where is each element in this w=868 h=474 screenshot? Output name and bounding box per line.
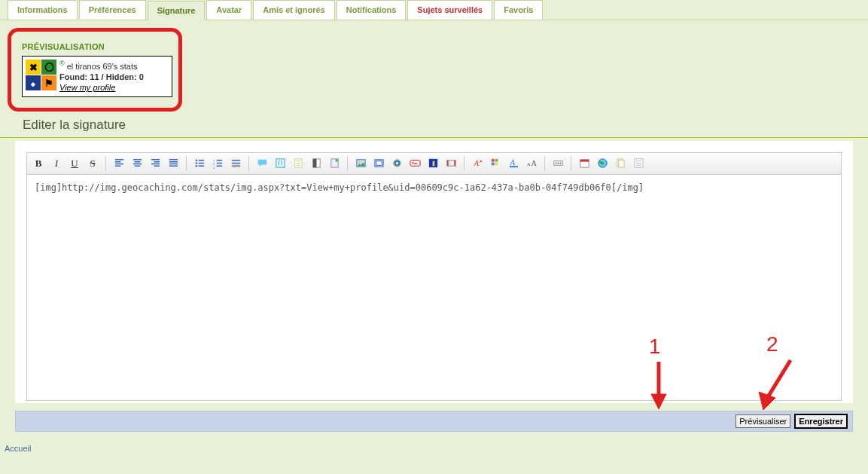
preview-button[interactable]: Prévisualiser: [736, 414, 790, 428]
bold-button[interactable]: B: [30, 155, 47, 172]
signature-editor-panel: B I U S 123: [15, 141, 853, 403]
registered-mark: ®: [59, 60, 65, 67]
horizontal-rule-button[interactable]: [227, 155, 244, 172]
calendar-button[interactable]: [576, 155, 592, 172]
svg-text:3: 3: [212, 166, 215, 169]
tab-amis-ignores[interactable]: Amis et ignorés: [253, 0, 335, 20]
profile-tabs: Informations Préférences Signature Avata…: [0, 0, 868, 20]
unordered-list-button[interactable]: [191, 155, 208, 172]
attachment-button[interactable]: [326, 155, 343, 172]
svg-rect-42: [618, 161, 624, 167]
svg-point-36: [557, 163, 559, 164]
font-size-button[interactable]: AA: [523, 155, 540, 172]
svg-rect-39: [580, 160, 588, 162]
svg-rect-23: [446, 161, 448, 167]
svg-rect-21: [432, 161, 434, 167]
strike-button[interactable]: S: [84, 155, 101, 172]
logo-tile-blue: ⬥: [26, 75, 41, 90]
image-button[interactable]: [352, 155, 369, 172]
copy-button[interactable]: [612, 155, 629, 172]
svg-text:A: A: [531, 159, 537, 167]
align-right-button[interactable]: [147, 155, 163, 172]
svg-text:A: A: [509, 158, 515, 167]
svg-rect-28: [491, 163, 494, 166]
svg-rect-27: [495, 159, 498, 162]
save-button[interactable]: Enregistrer: [794, 414, 848, 429]
color-palette-button[interactable]: [487, 155, 504, 172]
toolbar-separator: [186, 156, 187, 171]
italic-button[interactable]: I: [48, 155, 65, 172]
thumbnail-button[interactable]: [370, 155, 387, 172]
toolbar-separator: [347, 156, 348, 171]
svg-text:{}: {}: [277, 160, 282, 167]
svg-point-37: [559, 163, 561, 164]
ordered-list-button[interactable]: 123: [209, 155, 226, 172]
stats-user-line: el tiranos 69's stats: [67, 62, 138, 71]
dailymotion-button[interactable]: [425, 155, 441, 172]
svg-rect-31: [509, 166, 517, 167]
toolbar-separator: [248, 156, 249, 171]
code-button[interactable]: {}: [272, 155, 288, 172]
tab-preferences[interactable]: Préférences: [79, 0, 146, 20]
annotation-highlight-box: PRÉVISUALISATION ✖ 🞅 ⬥ ⚑ ® el tiranos 69…: [8, 28, 182, 112]
align-center-button[interactable]: [129, 155, 145, 172]
toolbar-separator: [571, 156, 571, 171]
remove-format-button[interactable]: A: [469, 155, 486, 172]
globe-button[interactable]: [594, 155, 611, 172]
form-button-bar: Prévisualiser Enregistrer: [15, 411, 853, 432]
stats-counts-line: Found: 11 / Hidden: 0: [59, 72, 144, 82]
toolbar-separator: [544, 156, 545, 171]
align-justify-button[interactable]: [165, 155, 181, 172]
svg-rect-16: [376, 161, 382, 166]
quote-button[interactable]: [254, 155, 270, 172]
logo-tile-orange: ⚑: [41, 75, 56, 90]
tab-avatar[interactable]: Avatar: [206, 0, 251, 20]
tab-informations[interactable]: Informations: [8, 0, 78, 20]
more-button[interactable]: [550, 155, 566, 172]
svg-rect-29: [495, 163, 498, 166]
view-profile-link[interactable]: View my profile: [59, 83, 115, 92]
toolbar-separator: [464, 156, 464, 171]
signature-textarea[interactable]: [26, 175, 842, 401]
logo-tile-green: 🞅: [41, 60, 56, 75]
svg-point-12: [335, 159, 338, 162]
font-color-button[interactable]: A: [505, 155, 522, 172]
svg-point-2: [195, 165, 196, 167]
breadcrumb: Accueil: [0, 432, 868, 468]
breadcrumb-home-link[interactable]: Accueil: [5, 444, 31, 453]
tab-signature[interactable]: Signature: [148, 1, 206, 20]
media-button[interactable]: [443, 155, 459, 172]
source-button[interactable]: [630, 155, 647, 172]
youtube-button[interactable]: You: [407, 155, 423, 172]
note-button[interactable]: [290, 155, 306, 172]
editor-toolbar: B I U S 123: [26, 152, 842, 175]
toolbar-separator: [105, 156, 106, 171]
spoiler-button[interactable]: [308, 155, 324, 172]
svg-point-1: [195, 162, 196, 164]
signature-preview-card: ✖ 🞅 ⬥ ⚑ ® el tiranos 69's stats Found: 1…: [22, 56, 172, 97]
tab-favoris[interactable]: Favoris: [494, 0, 543, 20]
geocaching-logo-grid: ✖ 🞅 ⬥ ⚑: [26, 60, 56, 93]
stats-text: ® el tiranos 69's stats Found: 11 / Hidd…: [59, 60, 144, 93]
svg-rect-26: [491, 159, 494, 162]
underline-button[interactable]: U: [66, 155, 83, 172]
svg-point-0: [195, 160, 196, 161]
tab-sujets-surveilles[interactable]: Sujets surveillés: [407, 0, 492, 20]
svg-rect-10: [312, 159, 316, 167]
svg-text:A: A: [526, 161, 530, 167]
logo-tile-yellow: ✖: [26, 60, 41, 75]
svg-point-35: [555, 163, 556, 164]
svg-text:You: You: [411, 161, 417, 165]
tab-notifications[interactable]: Notifications: [337, 0, 407, 20]
link-button[interactable]: [388, 155, 405, 172]
svg-point-14: [358, 161, 361, 164]
align-left-button[interactable]: [111, 155, 127, 172]
section-title-edit-signature: Editer la signature: [0, 112, 868, 137]
preview-heading: PRÉVISUALISATION: [22, 42, 171, 51]
section-divider: [0, 137, 868, 138]
svg-rect-24: [454, 161, 455, 167]
svg-text:A: A: [473, 159, 479, 167]
